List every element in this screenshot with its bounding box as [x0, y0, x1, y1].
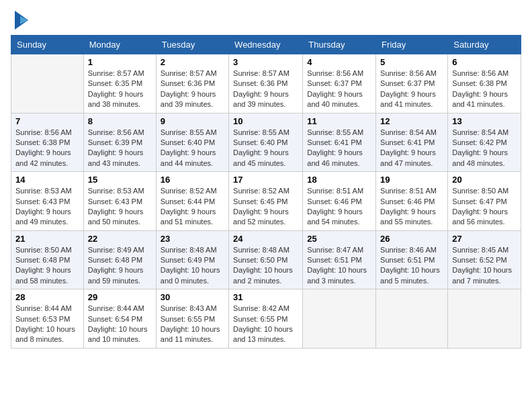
calendar-day-cell: 10Sunrise: 8:55 AMSunset: 6:40 PMDayligh…: [229, 113, 303, 172]
day-info: Sunrise: 8:54 AMSunset: 6:42 PMDaylight:…: [452, 128, 517, 169]
calendar-day-cell: 3Sunrise: 8:57 AMSunset: 6:36 PMDaylight…: [229, 54, 303, 113]
day-number: 2: [161, 57, 224, 67]
day-number: 24: [233, 234, 298, 244]
calendar-day-cell: 28Sunrise: 8:44 AMSunset: 6:53 PMDayligh…: [11, 289, 84, 349]
day-number: 5: [380, 57, 443, 67]
day-number: 9: [161, 116, 224, 126]
calendar-day-cell: [448, 289, 521, 349]
calendar-day-cell: 18Sunrise: 8:51 AMSunset: 6:46 PMDayligh…: [303, 172, 376, 231]
day-info: Sunrise: 8:55 AMSunset: 6:41 PMDaylight:…: [307, 128, 371, 169]
day-of-week-header: Sunday: [11, 36, 84, 54]
day-of-week-header: Thursday: [303, 36, 376, 54]
day-number: 12: [380, 116, 443, 126]
day-info: Sunrise: 8:47 AMSunset: 6:51 PMDaylight:…: [307, 245, 371, 287]
day-number: 17: [233, 175, 298, 185]
day-number: 11: [307, 116, 371, 126]
page-header: [11, 11, 521, 30]
calendar-day-cell: 21Sunrise: 8:50 AMSunset: 6:48 PMDayligh…: [11, 230, 84, 289]
calendar-week-row: 28Sunrise: 8:44 AMSunset: 6:53 PMDayligh…: [11, 289, 521, 349]
day-number: 7: [15, 116, 79, 126]
calendar-day-cell: 1Sunrise: 8:57 AMSunset: 6:35 PMDaylight…: [83, 54, 156, 113]
calendar-day-cell: 20Sunrise: 8:50 AMSunset: 6:47 PMDayligh…: [448, 172, 521, 231]
day-number: 15: [88, 175, 152, 185]
day-info: Sunrise: 8:57 AMSunset: 6:35 PMDaylight:…: [88, 68, 152, 110]
calendar-day-cell: 30Sunrise: 8:43 AMSunset: 6:55 PMDayligh…: [156, 289, 228, 349]
calendar-week-row: 14Sunrise: 8:53 AMSunset: 6:43 PMDayligh…: [11, 172, 521, 231]
day-info: Sunrise: 8:42 AMSunset: 6:55 PMDaylight:…: [233, 304, 298, 345]
logo-icon: [13, 11, 30, 30]
calendar-day-cell: 7Sunrise: 8:56 AMSunset: 6:38 PMDaylight…: [11, 113, 84, 172]
day-number: 6: [452, 57, 517, 67]
day-of-week-header: Tuesday: [156, 36, 228, 54]
day-of-week-header: Wednesday: [229, 36, 303, 54]
day-number: 25: [307, 234, 371, 244]
day-info: Sunrise: 8:44 AMSunset: 6:54 PMDaylight:…: [88, 304, 152, 345]
calendar-day-cell: 22Sunrise: 8:49 AMSunset: 6:48 PMDayligh…: [83, 230, 156, 289]
calendar-day-cell: 19Sunrise: 8:51 AMSunset: 6:46 PMDayligh…: [376, 172, 448, 231]
day-number: 22: [88, 234, 152, 244]
calendar-day-cell: 27Sunrise: 8:45 AMSunset: 6:52 PMDayligh…: [448, 230, 521, 289]
svg-marker-1: [20, 16, 28, 24]
day-info: Sunrise: 8:56 AMSunset: 6:37 PMDaylight:…: [307, 68, 371, 110]
calendar-day-cell: 29Sunrise: 8:44 AMSunset: 6:54 PMDayligh…: [83, 289, 156, 349]
day-of-week-header: Friday: [376, 36, 448, 54]
day-number: 4: [307, 57, 371, 67]
day-number: 14: [15, 175, 79, 185]
day-number: 3: [233, 57, 298, 67]
calendar-day-cell: 14Sunrise: 8:53 AMSunset: 6:43 PMDayligh…: [11, 172, 84, 231]
day-info: Sunrise: 8:43 AMSunset: 6:55 PMDaylight:…: [161, 304, 224, 345]
day-info: Sunrise: 8:56 AMSunset: 6:38 PMDaylight:…: [15, 128, 79, 169]
day-info: Sunrise: 8:52 AMSunset: 6:44 PMDaylight:…: [161, 186, 224, 228]
day-info: Sunrise: 8:57 AMSunset: 6:36 PMDaylight:…: [161, 68, 224, 110]
day-number: 29: [88, 292, 152, 302]
day-info: Sunrise: 8:45 AMSunset: 6:52 PMDaylight:…: [452, 245, 517, 287]
calendar-day-cell: 25Sunrise: 8:47 AMSunset: 6:51 PMDayligh…: [303, 230, 376, 289]
day-number: 31: [233, 292, 298, 302]
day-info: Sunrise: 8:56 AMSunset: 6:37 PMDaylight:…: [380, 68, 443, 110]
calendar-day-cell: 4Sunrise: 8:56 AMSunset: 6:37 PMDaylight…: [303, 54, 376, 113]
day-number: 23: [161, 234, 224, 244]
day-number: 30: [161, 292, 224, 302]
calendar-day-cell: [11, 54, 84, 113]
calendar-week-row: 7Sunrise: 8:56 AMSunset: 6:38 PMDaylight…: [11, 113, 521, 172]
day-of-week-header: Monday: [83, 36, 156, 54]
calendar-day-cell: 26Sunrise: 8:46 AMSunset: 6:51 PMDayligh…: [376, 230, 448, 289]
calendar-table: SundayMondayTuesdayWednesdayThursdayFrid…: [11, 35, 521, 349]
day-info: Sunrise: 8:52 AMSunset: 6:45 PMDaylight:…: [233, 186, 298, 228]
day-info: Sunrise: 8:53 AMSunset: 6:43 PMDaylight:…: [15, 186, 79, 228]
day-number: 27: [452, 234, 517, 244]
day-info: Sunrise: 8:49 AMSunset: 6:48 PMDaylight:…: [88, 245, 152, 287]
day-number: 20: [452, 175, 517, 185]
calendar-day-cell: 2Sunrise: 8:57 AMSunset: 6:36 PMDaylight…: [156, 54, 228, 113]
day-info: Sunrise: 8:56 AMSunset: 6:39 PMDaylight:…: [88, 128, 152, 169]
calendar-day-cell: 12Sunrise: 8:54 AMSunset: 6:41 PMDayligh…: [376, 113, 448, 172]
calendar-day-cell: 23Sunrise: 8:48 AMSunset: 6:49 PMDayligh…: [156, 230, 228, 289]
day-number: 18: [307, 175, 371, 185]
calendar-week-row: 21Sunrise: 8:50 AMSunset: 6:48 PMDayligh…: [11, 230, 521, 289]
day-info: Sunrise: 8:51 AMSunset: 6:46 PMDaylight:…: [307, 186, 371, 228]
day-number: 19: [380, 175, 443, 185]
calendar-day-cell: 13Sunrise: 8:54 AMSunset: 6:42 PMDayligh…: [448, 113, 521, 172]
calendar-day-cell: 8Sunrise: 8:56 AMSunset: 6:39 PMDaylight…: [83, 113, 156, 172]
day-number: 13: [452, 116, 517, 126]
day-info: Sunrise: 8:57 AMSunset: 6:36 PMDaylight:…: [233, 68, 298, 110]
day-of-week-header: Saturday: [448, 36, 521, 54]
day-info: Sunrise: 8:54 AMSunset: 6:41 PMDaylight:…: [380, 128, 443, 169]
calendar-day-cell: [303, 289, 376, 349]
day-info: Sunrise: 8:44 AMSunset: 6:53 PMDaylight:…: [15, 304, 79, 345]
calendar-day-cell: 5Sunrise: 8:56 AMSunset: 6:37 PMDaylight…: [376, 54, 448, 113]
day-info: Sunrise: 8:55 AMSunset: 6:40 PMDaylight:…: [233, 128, 298, 169]
day-number: 1: [88, 57, 152, 67]
calendar-header-row: SundayMondayTuesdayWednesdayThursdayFrid…: [11, 36, 521, 54]
calendar-day-cell: 15Sunrise: 8:53 AMSunset: 6:43 PMDayligh…: [83, 172, 156, 231]
day-info: Sunrise: 8:56 AMSunset: 6:38 PMDaylight:…: [452, 68, 517, 110]
day-info: Sunrise: 8:46 AMSunset: 6:51 PMDaylight:…: [380, 245, 443, 287]
calendar-day-cell: 9Sunrise: 8:55 AMSunset: 6:40 PMDaylight…: [156, 113, 228, 172]
day-info: Sunrise: 8:51 AMSunset: 6:46 PMDaylight:…: [380, 186, 443, 228]
day-number: 16: [161, 175, 224, 185]
day-info: Sunrise: 8:48 AMSunset: 6:49 PMDaylight:…: [161, 245, 224, 287]
calendar-day-cell: 16Sunrise: 8:52 AMSunset: 6:44 PMDayligh…: [156, 172, 228, 231]
calendar-day-cell: 11Sunrise: 8:55 AMSunset: 6:41 PMDayligh…: [303, 113, 376, 172]
calendar-day-cell: 17Sunrise: 8:52 AMSunset: 6:45 PMDayligh…: [229, 172, 303, 231]
calendar-day-cell: [376, 289, 448, 349]
